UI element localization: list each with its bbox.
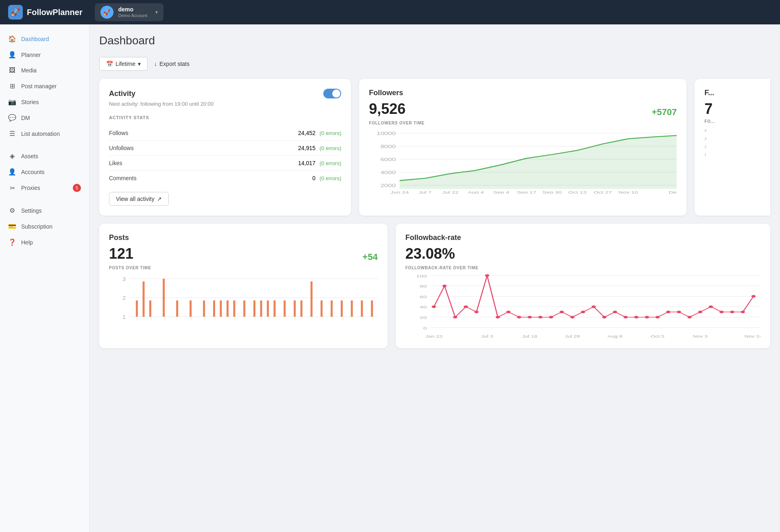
- sidebar-item-assets[interactable]: ◈ Assets: [0, 148, 89, 164]
- sidebar-item-settings[interactable]: ⚙ Settings: [0, 203, 89, 218]
- view-all-activity-button[interactable]: View all activity ↗: [109, 192, 169, 206]
- svg-text:Jul 28: Jul 28: [565, 334, 580, 338]
- lifetime-button[interactable]: 📅 Lifetime ▾: [99, 57, 148, 71]
- svg-point-93: [730, 311, 734, 313]
- svg-rect-40: [260, 301, 262, 317]
- sidebar-item-subscription[interactable]: 💳 Subscription: [0, 218, 89, 234]
- svg-point-77: [560, 311, 564, 313]
- svg-rect-42: [274, 301, 276, 317]
- svg-text:Oct 5: Oct 5: [651, 334, 664, 338]
- svg-rect-30: [163, 279, 165, 316]
- svg-point-82: [613, 311, 617, 313]
- svg-point-68: [464, 305, 468, 308]
- subscription-icon: 💳: [8, 222, 16, 230]
- svg-text:2000: 2000: [381, 183, 396, 188]
- sidebar-item-dm[interactable]: 💬 DM: [0, 110, 89, 126]
- svg-text:40: 40: [420, 305, 427, 310]
- stat-follows-name: Follows: [109, 130, 128, 136]
- likes-errors: (0 errors): [320, 160, 341, 166]
- sidebar: 🏠 Dashboard 👤 Planner 🖼 Media ⊞ Post man…: [0, 24, 89, 532]
- svg-text:Sep 4: Sep 4: [493, 190, 510, 194]
- svg-text:20: 20: [420, 315, 427, 320]
- svg-rect-48: [331, 301, 333, 317]
- svg-text:Nov 24: Nov 24: [744, 334, 760, 338]
- activity-header: Activity: [109, 89, 341, 98]
- svg-point-91: [708, 305, 712, 308]
- activity-card: Activity Next activity: following from 1…: [99, 79, 351, 216]
- stat-unfollows-name: Unfollows: [109, 145, 134, 151]
- sidebar-item-label: Planner: [21, 52, 41, 58]
- svg-point-76: [549, 316, 553, 318]
- followback-title: Followback-rate: [405, 233, 760, 242]
- sidebar-item-stories[interactable]: 📷 Stories: [0, 94, 89, 110]
- svg-text:Oct 13: Oct 13: [569, 190, 587, 194]
- svg-rect-47: [320, 301, 322, 317]
- svg-text:Jul 3: Jul 3: [481, 334, 493, 338]
- svg-rect-29: [149, 301, 151, 317]
- export-button[interactable]: ↓ Export stats: [154, 61, 190, 67]
- sidebar-item-accounts[interactable]: 👤 Accounts: [0, 164, 89, 180]
- export-label: Export stats: [159, 61, 190, 67]
- followers-chart-label: FOLLOWERS OVER TIME: [369, 121, 677, 125]
- partial-right-card: F... 7 FO... 4 3 2 1: [695, 79, 770, 216]
- sidebar-item-help[interactable]: ❓ Help: [0, 234, 89, 250]
- svg-text:0: 0: [423, 326, 427, 330]
- stat-follows: Follows 24,452 (0 errors): [109, 126, 341, 141]
- posts-delta: +54: [362, 252, 377, 262]
- activity-toggle[interactable]: [323, 89, 341, 98]
- list-automation-icon: ☰: [8, 130, 16, 137]
- stat-comments-name: Comments: [109, 175, 137, 181]
- svg-point-86: [655, 316, 659, 318]
- account-info: demo Demo Account: [118, 6, 148, 18]
- svg-point-85: [645, 316, 649, 318]
- dm-icon: 💬: [8, 114, 16, 122]
- sidebar-item-proxies[interactable]: ✂ Proxies 5: [0, 180, 89, 196]
- lifetime-label: Lifetime: [115, 61, 135, 67]
- account-switcher[interactable]: 🚀 demo Demo Account ▾: [95, 3, 164, 21]
- svg-rect-31: [176, 301, 178, 317]
- sidebar-item-media[interactable]: 🖼 Media: [0, 63, 89, 78]
- proxies-icon: ✂: [8, 184, 16, 192]
- sidebar-item-post-manager[interactable]: ⊞ Post manager: [0, 78, 89, 94]
- post-manager-icon: ⊞: [8, 82, 16, 90]
- help-icon: ❓: [8, 238, 16, 246]
- partial-card-title: F...: [704, 89, 760, 97]
- svg-text:Jan 23: Jan 23: [425, 334, 442, 338]
- stat-comments: Comments 0 (0 errors): [109, 171, 341, 185]
- svg-rect-27: [136, 301, 138, 317]
- planner-icon: 👤: [8, 51, 16, 59]
- svg-text:60: 60: [420, 294, 427, 299]
- activity-title: Activity: [109, 89, 135, 98]
- sidebar-item-list-automation[interactable]: ☰ List automation: [0, 126, 89, 142]
- sidebar-item-label: Media: [21, 67, 37, 74]
- sidebar-item-label: Accounts: [21, 169, 45, 175]
- svg-text:Nov 10: Nov 10: [619, 190, 638, 194]
- svg-text:Nov 3: Nov 3: [693, 334, 707, 338]
- posts-title: Posts: [109, 233, 378, 242]
- sidebar-item-label: Stories: [21, 99, 39, 105]
- likes-count: 14,017: [298, 160, 316, 166]
- sidebar-item-planner[interactable]: 👤 Planner: [0, 47, 89, 63]
- external-link-icon: ↗: [157, 196, 162, 202]
- followback-card: Followback-rate 23.08% FOLLOWBACK-RATE O…: [396, 224, 770, 348]
- stat-likes: Likes 14,017 (0 errors): [109, 156, 341, 171]
- svg-text:80: 80: [420, 284, 427, 288]
- logo-icon: 🚀: [8, 5, 23, 20]
- svg-point-66: [442, 285, 447, 287]
- download-icon: ↓: [154, 61, 157, 67]
- unfollows-count: 24,915: [298, 145, 316, 151]
- posts-chart-svg: 3 2 1: [109, 273, 378, 338]
- svg-rect-41: [267, 301, 269, 317]
- svg-text:Sep 30: Sep 30: [543, 190, 562, 194]
- svg-rect-52: [371, 301, 373, 317]
- chevron-down-icon: ▾: [155, 9, 158, 15]
- stat-likes-name: Likes: [109, 160, 122, 166]
- followback-chart-svg: 100 80 60 40 20 0: [405, 273, 760, 338]
- sidebar-item-dashboard[interactable]: 🏠 Dashboard: [0, 31, 89, 47]
- svg-text:100: 100: [416, 274, 427, 278]
- posts-chart-label: POSTS OVER TIME: [109, 266, 378, 270]
- sidebar-item-label: Post manager: [21, 83, 57, 89]
- posts-value: 121: [109, 245, 133, 262]
- svg-rect-36: [227, 301, 229, 317]
- svg-point-65: [431, 305, 436, 308]
